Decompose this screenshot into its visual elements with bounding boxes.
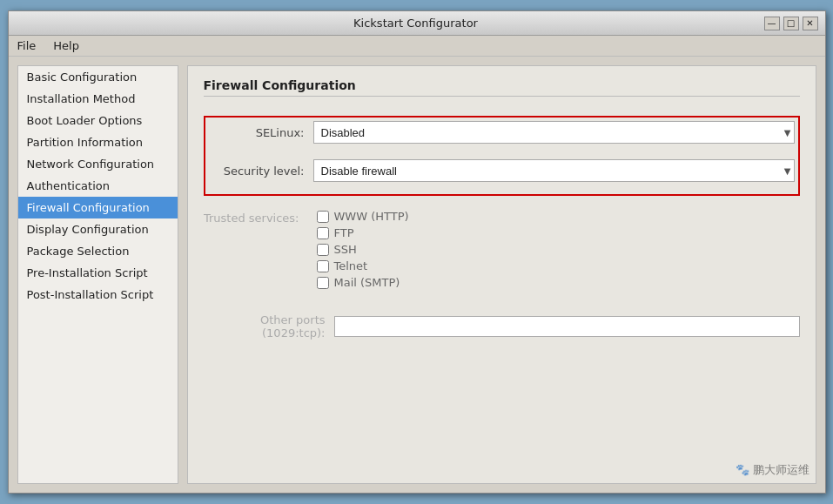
trusted-services-checkboxes: WWW (HTTP) FTP SSH Telnet bbox=[317, 210, 409, 289]
selinux-select-wrapper: Disabled Enabled Permissive ▼ bbox=[313, 121, 795, 144]
menu-file[interactable]: File bbox=[12, 37, 42, 54]
sidebar-item-package-selection[interactable]: Package Selection bbox=[18, 240, 178, 262]
sidebar-item-pre-installation-script[interactable]: Pre-Installation Script bbox=[18, 262, 178, 284]
window-controls: — □ ✕ bbox=[764, 17, 818, 30]
sidebar-item-post-installation-script[interactable]: Post-Installation Script bbox=[18, 284, 178, 306]
content-area: Basic Configuration Installation Method … bbox=[9, 57, 825, 493]
checkbox-mail[interactable]: Mail (SMTP) bbox=[317, 276, 409, 289]
sidebar-item-installation-method[interactable]: Installation Method bbox=[18, 88, 178, 110]
checkbox-ssh[interactable]: SSH bbox=[317, 243, 409, 256]
sidebar-item-network-configuration[interactable]: Network Configuration bbox=[18, 153, 178, 175]
other-ports-input[interactable] bbox=[334, 316, 800, 337]
checkbox-ftp-label: FTP bbox=[334, 226, 354, 239]
close-button[interactable]: ✕ bbox=[803, 17, 818, 30]
security-level-label: Security level: bbox=[209, 165, 305, 178]
selinux-select[interactable]: Disabled Enabled Permissive bbox=[313, 121, 795, 144]
selinux-row: SELinux: Disabled Enabled Permissive ▼ bbox=[209, 121, 795, 144]
checkbox-www[interactable]: WWW (HTTP) bbox=[317, 210, 409, 223]
checkbox-www-label: WWW (HTTP) bbox=[334, 210, 409, 223]
maximize-button[interactable]: □ bbox=[783, 17, 799, 30]
main-panel: Firewall Configuration SELinux: Disabled… bbox=[187, 65, 816, 484]
sidebar-item-firewall-configuration[interactable]: Firewall Configuration bbox=[18, 197, 178, 218]
checkbox-ftp-input[interactable] bbox=[317, 227, 329, 239]
sidebar-item-partition-information[interactable]: Partition Information bbox=[18, 131, 178, 153]
checkbox-ssh-label: SSH bbox=[334, 243, 357, 256]
other-ports-label: Other ports (1029:tcp): bbox=[204, 313, 326, 339]
title-bar: Kickstart Configurator — □ ✕ bbox=[9, 11, 825, 36]
checkbox-ftp[interactable]: FTP bbox=[317, 226, 409, 239]
sidebar-item-boot-loader-options[interactable]: Boot Loader Options bbox=[18, 110, 178, 131]
sidebar: Basic Configuration Installation Method … bbox=[17, 65, 178, 484]
checkbox-mail-input[interactable] bbox=[317, 277, 329, 289]
sidebar-item-basic-configuration[interactable]: Basic Configuration bbox=[18, 66, 178, 88]
checkbox-telnet[interactable]: Telnet bbox=[317, 259, 409, 272]
trusted-services-row: Trusted services: WWW (HTTP) FTP SSH bbox=[204, 210, 800, 289]
security-level-row: Security level: Disable firewall Enable … bbox=[209, 159, 795, 182]
selinux-label: SELinux: bbox=[209, 126, 305, 139]
checkbox-ssh-input[interactable] bbox=[317, 244, 329, 256]
other-ports-row: Other ports (1029:tcp): bbox=[204, 313, 800, 339]
checkbox-telnet-input[interactable] bbox=[317, 260, 329, 272]
checkbox-mail-label: Mail (SMTP) bbox=[334, 276, 400, 289]
checkbox-www-input[interactable] bbox=[317, 211, 329, 223]
sidebar-item-display-configuration[interactable]: Display Configuration bbox=[18, 218, 178, 240]
watermark: 🐾 鹏大师运维 bbox=[736, 462, 809, 478]
security-level-select[interactable]: Disable firewall Enable firewall No fire… bbox=[313, 159, 795, 182]
security-level-select-wrapper: Disable firewall Enable firewall No fire… bbox=[313, 159, 795, 182]
section-title: Firewall Configuration bbox=[204, 78, 800, 97]
sidebar-item-authentication[interactable]: Authentication bbox=[18, 175, 178, 197]
checkbox-telnet-label: Telnet bbox=[334, 259, 368, 272]
trusted-services-label: Trusted services: bbox=[204, 212, 299, 225]
minimize-button[interactable]: — bbox=[764, 17, 780, 30]
menu-bar: File Help bbox=[9, 36, 825, 57]
main-window: Kickstart Configurator — □ ✕ File Help B… bbox=[8, 10, 826, 494]
highlighted-section: SELinux: Disabled Enabled Permissive ▼ bbox=[204, 116, 800, 196]
window-title: Kickstart Configurator bbox=[68, 17, 764, 30]
menu-help[interactable]: Help bbox=[48, 37, 84, 54]
